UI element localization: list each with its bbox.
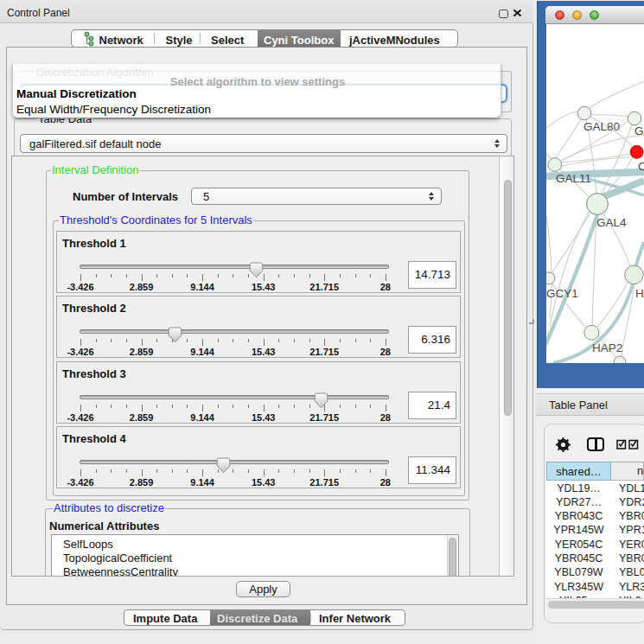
svg-text:HA: HA	[635, 287, 644, 300]
svg-text:GAL80: GAL80	[583, 120, 620, 133]
svg-text:GA: GA	[634, 124, 644, 137]
svg-text:GAL4: GAL4	[596, 216, 627, 229]
svg-text:GCY1: GCY1	[546, 287, 578, 300]
svg-text:GAL11: GAL11	[556, 172, 591, 185]
svg-text:HAP2: HAP2	[592, 341, 622, 354]
svg-text:C: C	[638, 160, 644, 173]
